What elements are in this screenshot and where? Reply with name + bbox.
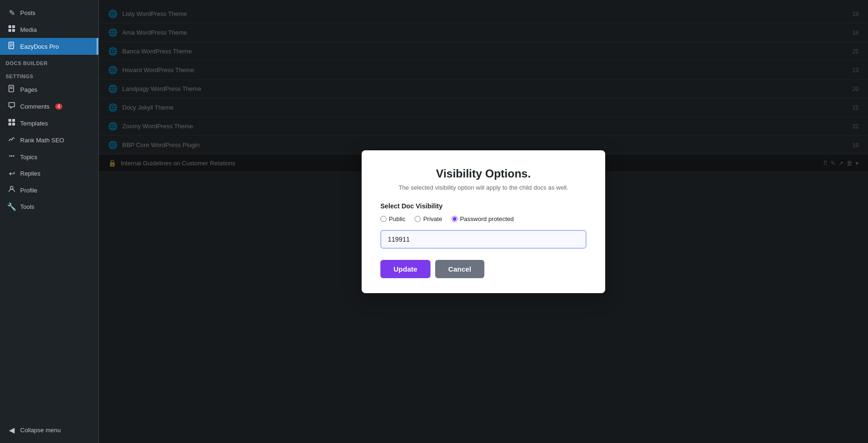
- visibility-radio-group: Public Private Password protected: [380, 215, 586, 222]
- svg-point-17: [13, 155, 15, 157]
- svg-rect-13: [8, 123, 11, 126]
- sidebar-item-label: EazyDocs Pro: [20, 43, 59, 50]
- svg-rect-12: [12, 119, 15, 122]
- svg-rect-11: [8, 119, 11, 122]
- pages-icon: [7, 85, 16, 94]
- radio-password-input[interactable]: [452, 216, 458, 222]
- sidebar-item-posts[interactable]: ✎ Posts: [0, 5, 98, 21]
- collapse-icon: ◀: [7, 426, 16, 435]
- sidebar-item-label: Tools: [20, 203, 34, 210]
- modal-subtitle: The selected visibility option will appl…: [380, 184, 586, 191]
- sidebar-item-comments[interactable]: Comments 4: [0, 98, 98, 115]
- comments-icon: [7, 102, 16, 111]
- sidebar-item-tools[interactable]: 🔧 Tools: [0, 199, 98, 215]
- cancel-button[interactable]: Cancel: [435, 260, 484, 278]
- modal-actions: Update Cancel: [380, 260, 586, 278]
- sidebar-item-label: Profile: [20, 187, 37, 194]
- radio-private[interactable]: Private: [415, 215, 442, 222]
- svg-point-16: [9, 155, 11, 157]
- radio-password[interactable]: Password protected: [452, 215, 514, 222]
- sidebar-item-label: Media: [20, 26, 37, 33]
- radio-public-label: Public: [389, 215, 405, 222]
- radio-private-input[interactable]: [415, 216, 421, 222]
- modal-section-label: Select Doc Visibility: [380, 202, 586, 210]
- sidebar-section-settings: Settings: [0, 70, 98, 81]
- sidebar-item-label: Topics: [20, 154, 37, 161]
- profile-icon: [7, 185, 16, 195]
- visibility-modal: Visibility Options. The selected visibil…: [362, 150, 605, 293]
- update-button[interactable]: Update: [380, 260, 430, 278]
- sidebar-item-label: Pages: [20, 86, 37, 93]
- sidebar-item-label: Rank Math SEO: [20, 137, 64, 144]
- eazydocs-icon: [7, 42, 16, 51]
- sidebar-item-label: Replies: [20, 170, 40, 177]
- topics-icon: [7, 152, 16, 162]
- svg-rect-0: [8, 25, 11, 28]
- sidebar: ✎ Posts Media EazyDocs Pro Docs Builder …: [0, 0, 98, 443]
- replies-icon: ↩: [7, 169, 16, 178]
- sidebar-item-profile[interactable]: Profile: [0, 182, 98, 199]
- svg-rect-1: [12, 25, 15, 28]
- sidebar-section-docs-builder: Docs Builder: [0, 57, 98, 68]
- templates-icon: [7, 118, 16, 128]
- radio-private-label: Private: [423, 215, 442, 222]
- radio-public[interactable]: Public: [380, 215, 405, 222]
- posts-icon: ✎: [7, 8, 16, 17]
- sidebar-item-label: Posts: [20, 9, 36, 16]
- modal-title: Visibility Options.: [380, 167, 586, 180]
- sidebar-item-pages[interactable]: Pages: [0, 81, 98, 98]
- sidebar-item-media[interactable]: Media: [0, 21, 98, 38]
- modal-overlay: Visibility Options. The selected visibil…: [99, 0, 868, 443]
- svg-rect-2: [8, 29, 11, 32]
- sidebar-item-eazydocs[interactable]: EazyDocs Pro: [0, 38, 98, 55]
- tools-icon: 🔧: [7, 202, 16, 211]
- sidebar-item-templates[interactable]: Templates: [0, 115, 98, 132]
- sidebar-item-collapse[interactable]: ◀ Collapse menu: [0, 422, 98, 438]
- sidebar-item-replies[interactable]: ↩ Replies: [0, 165, 98, 182]
- password-input[interactable]: [380, 230, 586, 249]
- rankmath-icon: [7, 135, 16, 145]
- svg-point-18: [10, 186, 13, 189]
- comments-badge: 4: [55, 103, 63, 110]
- svg-point-15: [11, 155, 13, 157]
- sidebar-item-label: Collapse menu: [20, 427, 61, 434]
- main-content: 🌐 Listy WordPress Theme 19 🌐 Ama WordPre…: [99, 0, 868, 443]
- media-icon: [7, 25, 16, 34]
- sidebar-item-rankmath[interactable]: Rank Math SEO: [0, 132, 98, 148]
- svg-rect-14: [12, 123, 15, 126]
- radio-public-input[interactable]: [380, 216, 386, 222]
- radio-password-label: Password protected: [460, 215, 514, 222]
- sidebar-item-label: Comments: [20, 103, 50, 110]
- sidebar-item-label: Templates: [20, 120, 48, 127]
- svg-rect-3: [12, 29, 15, 32]
- sidebar-item-topics[interactable]: Topics: [0, 148, 98, 165]
